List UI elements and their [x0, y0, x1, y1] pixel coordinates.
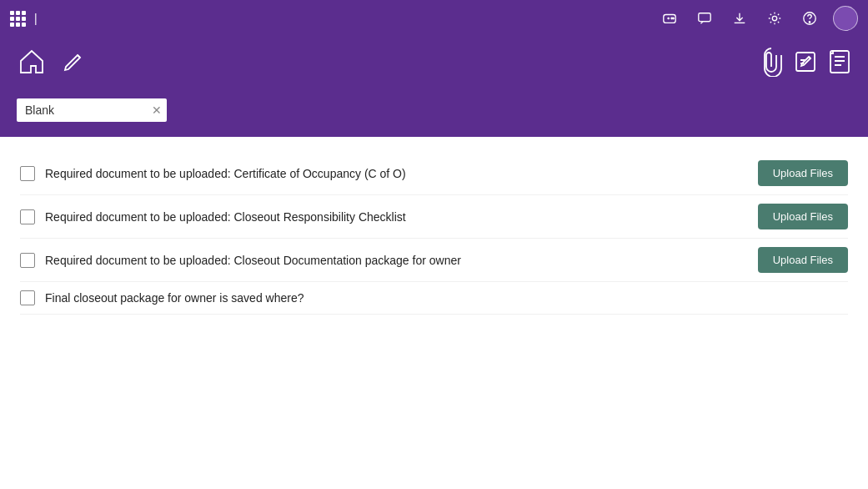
topbar-title: |: [34, 12, 650, 25]
checklist-item: Required document to be uploaded: Certif…: [20, 152, 848, 195]
attachment-icon[interactable]: [760, 47, 783, 77]
checklist-label-3: Required document to be uploaded: Closeo…: [45, 254, 461, 267]
svg-rect-8: [830, 51, 849, 73]
checklist-label-1: Required document to be uploaded: Certif…: [45, 167, 406, 180]
upload-files-button-3[interactable]: Upload Files: [758, 247, 848, 273]
topbar-right: [658, 6, 858, 31]
upload-files-button-2[interactable]: Upload Files: [758, 204, 848, 229]
gamepad-icon[interactable]: [658, 7, 681, 30]
checklist-label-4: Final closeout package for owner is save…: [45, 291, 304, 305]
search-input[interactable]: [17, 98, 167, 122]
document-icon[interactable]: [828, 49, 851, 74]
header-search: ✕: [17, 98, 167, 122]
apps-grid-icon[interactable]: [10, 11, 26, 27]
user-avatar[interactable]: [833, 6, 858, 31]
home-icon[interactable]: [17, 47, 47, 77]
note-edit-icon[interactable]: [793, 49, 818, 74]
svg-point-6: [809, 22, 810, 23]
checklist-left-1: Required document to be uploaded: Certif…: [20, 166, 406, 181]
checklist-item: Required document to be uploaded: Closeo…: [20, 239, 848, 282]
checklist-item: Final closeout package for owner is save…: [20, 282, 848, 315]
checkbox-3[interactable]: [20, 253, 35, 268]
help-icon[interactable]: [798, 7, 821, 30]
settings-icon[interactable]: [763, 7, 786, 30]
edit-icon[interactable]: [60, 48, 87, 75]
checkbox-1[interactable]: [20, 166, 35, 181]
main-content: Required document to be uploaded: Certif…: [0, 137, 868, 489]
svg-point-2: [673, 18, 674, 18]
checklist-item: Required document to be uploaded: Closeo…: [20, 195, 848, 239]
checklist-label-2: Required document to be uploaded: Closeo…: [45, 210, 406, 224]
svg-rect-3: [699, 13, 710, 22]
topbar: |: [0, 0, 868, 37]
upload-files-button-1[interactable]: Upload Files: [758, 160, 848, 186]
header-right: [760, 47, 851, 77]
svg-rect-7: [796, 53, 815, 71]
header-area: ✕: [0, 37, 868, 137]
checkbox-4[interactable]: [20, 290, 35, 305]
chat-icon[interactable]: [693, 7, 716, 30]
download-icon[interactable]: [728, 7, 751, 30]
header-left-icons: [17, 47, 167, 77]
svg-point-4: [772, 16, 776, 20]
checkbox-2[interactable]: [20, 209, 35, 224]
checklist-left-3: Required document to be uploaded: Closeo…: [20, 253, 461, 268]
checklist-left-4: Final closeout package for owner is save…: [20, 290, 304, 305]
header-left: ✕: [17, 47, 167, 122]
checklist: Required document to be uploaded: Certif…: [20, 152, 848, 315]
checklist-left-2: Required document to be uploaded: Closeo…: [20, 209, 406, 224]
